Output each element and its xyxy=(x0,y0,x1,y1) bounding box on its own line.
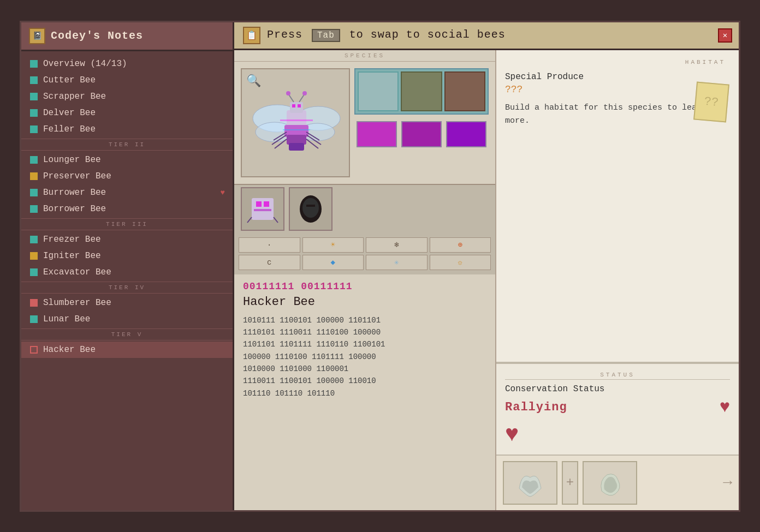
sidebar-item-feller[interactable]: Feller Bee xyxy=(21,121,233,138)
bee-name: Hacker Bee xyxy=(243,295,486,309)
burrower-heart-badge: ♥ xyxy=(221,188,225,197)
env-cell-c: c xyxy=(239,255,300,270)
main-window: 📓 Codey's Notes Overview (14/13) Cutter … xyxy=(20,21,740,512)
dot-burrower xyxy=(30,189,38,196)
bottom-tile-plus: + xyxy=(562,461,578,505)
sidebar-item-excavator[interactable]: Excavator Bee xyxy=(21,264,233,280)
sidebar-item-lounger[interactable]: Lounger Bee xyxy=(21,152,233,168)
dot-freezer xyxy=(30,236,38,243)
svg-line-27 xyxy=(247,217,252,223)
sidebar-label-delver: Delver Bee xyxy=(43,108,96,118)
svg-rect-7 xyxy=(289,143,304,151)
content-area: SPECIES 🔍 xyxy=(234,50,739,510)
svg-rect-24 xyxy=(256,201,262,207)
sidebar-label-lunar: Lunar Bee xyxy=(43,314,90,324)
species-visuals: 🔍 xyxy=(234,62,495,184)
sidebar-item-overview[interactable]: Overview (14/13) xyxy=(21,56,233,72)
sidebar-label-borrower: Borrower Bee xyxy=(43,204,106,214)
dot-igniter xyxy=(30,252,38,260)
sidebar-title: Codey's Notes xyxy=(51,29,143,42)
right-panel: HABITAT Special Produce ??? Build a habi… xyxy=(496,50,739,510)
color-swatches-area xyxy=(354,68,489,177)
dot-delver xyxy=(30,109,38,117)
special-produce-label: Special Produce xyxy=(505,72,730,82)
sidebar-item-slumberer[interactable]: Slumberer Bee xyxy=(21,295,233,311)
dot-borrower xyxy=(30,205,38,213)
sidebar-label-feller: Feller Bee xyxy=(43,124,96,134)
color-row xyxy=(354,119,489,150)
tab-key: Tab xyxy=(312,29,340,42)
bee-pixel-art xyxy=(247,80,346,173)
sidebar-item-freezer[interactable]: Freezer Bee xyxy=(21,231,233,248)
svg-rect-8 xyxy=(290,102,303,113)
dot-scrapper xyxy=(30,93,38,100)
species-section-label: SPECIES xyxy=(234,50,495,62)
svg-rect-25 xyxy=(264,201,269,207)
main-content: 📋 Press Tab to swap to social bees ✕ SPE… xyxy=(234,22,739,510)
top-bar: 📋 Press Tab to swap to social bees ✕ xyxy=(234,22,739,50)
sidebar-label-hacker: Hacker Bee xyxy=(43,345,96,355)
svg-rect-9 xyxy=(292,104,295,107)
dot-excavator xyxy=(30,268,38,276)
binary-id: 00111111 00111111 xyxy=(243,281,486,292)
svg-rect-10 xyxy=(298,104,301,107)
rallying-status: Rallying xyxy=(505,401,567,414)
habitat-section-label: HABITAT xyxy=(505,57,730,68)
svg-rect-16 xyxy=(283,129,310,130)
swatch-1 xyxy=(357,121,397,147)
svg-rect-26 xyxy=(254,209,271,211)
svg-rect-31 xyxy=(306,205,315,207)
svg-line-28 xyxy=(274,217,278,223)
status-panel: STATUS Conservation Status Rallying ♥ ♥ xyxy=(496,363,739,455)
sidebar-label-lounger: Lounger Bee xyxy=(43,155,101,165)
notes-icon: 📋 xyxy=(243,27,260,44)
swatch-3 xyxy=(446,121,486,147)
tier-2-label: TIER II xyxy=(21,139,233,151)
sidebar-item-igniter[interactable]: Igniter Bee xyxy=(21,248,233,264)
sidebar-item-scrapper[interactable]: Scrapper Bee xyxy=(21,88,233,105)
sidebar-list: Overview (14/13) Cutter Bee Scrapper Bee… xyxy=(21,51,233,510)
sidebar: 📓 Codey's Notes Overview (14/13) Cutter … xyxy=(21,22,234,510)
svg-point-13 xyxy=(286,91,290,95)
species-text: 00111111 00111111 Hacker Bee 1010111 110… xyxy=(234,274,495,510)
sidebar-item-burrower[interactable]: Burrower Bee ♥ xyxy=(21,184,233,201)
plus-icon: + xyxy=(566,475,574,490)
env-grid: · ☀ ❄ ⊕ c ◆ ✳ ☼ xyxy=(234,233,495,274)
sidebar-label-cutter: Cutter Bee xyxy=(43,75,96,85)
env-cell-sun: ☀ xyxy=(302,237,364,253)
swatch-2 xyxy=(401,121,442,147)
question-mark: ?? xyxy=(704,94,719,109)
sidebar-item-delver[interactable]: Delver Bee xyxy=(21,105,233,121)
topbar-text-after: to swap to social bees xyxy=(342,28,506,41)
conservation-label: Conservation Status xyxy=(505,384,730,394)
sprite-row xyxy=(234,184,495,233)
sidebar-label-scrapper: Scrapper Bee xyxy=(43,92,106,101)
sidebar-label-excavator: Excavator Bee xyxy=(43,267,111,277)
env-cell-snowflake1: ❄ xyxy=(366,237,428,253)
habitat-panel: HABITAT Special Produce ??? Build a habi… xyxy=(496,50,739,363)
tier-5-label: TIER V xyxy=(21,328,233,340)
bottom-tile-1 xyxy=(503,461,557,505)
sprite-box-2 xyxy=(289,187,333,231)
dot-feller xyxy=(30,125,38,133)
close-button[interactable]: ✕ xyxy=(718,28,732,43)
sidebar-label-preserver: Preserver Bee xyxy=(43,171,111,181)
sidebar-item-lunar[interactable]: Lunar Bee xyxy=(21,311,233,327)
large-heart-icon: ♥ xyxy=(505,422,730,448)
env-cell-planet: ⊕ xyxy=(430,237,491,253)
notebook-icon: 📓 xyxy=(29,28,45,44)
binary-description: 1010111 1100101 100000 1101101 1110101 1… xyxy=(243,314,486,400)
dot-preserver xyxy=(30,172,38,180)
sidebar-item-hacker[interactable]: Hacker Bee xyxy=(21,342,233,358)
sidebar-item-cutter[interactable]: Cutter Bee xyxy=(21,72,233,88)
sidebar-label-slumberer: Slumberer Bee xyxy=(43,298,111,308)
svg-point-14 xyxy=(302,91,307,95)
bottom-area: + → xyxy=(496,455,739,510)
bottom-tile-2 xyxy=(583,461,637,505)
sidebar-label-burrower: Burrower Bee xyxy=(43,188,106,198)
species-panel: SPECIES 🔍 xyxy=(234,50,496,510)
sidebar-item-preserver[interactable]: Preserver Bee xyxy=(21,168,233,184)
svg-point-30 xyxy=(302,198,319,218)
question-note: ?? xyxy=(693,81,729,122)
sidebar-item-borrower[interactable]: Borrower Bee xyxy=(21,201,233,217)
